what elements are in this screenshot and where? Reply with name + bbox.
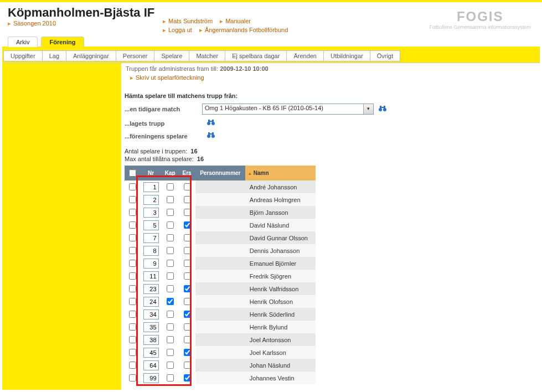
kap-checkbox[interactable]	[167, 323, 174, 331]
kap-checkbox[interactable]	[167, 362, 174, 369]
ers-checkbox[interactable]	[184, 362, 191, 369]
personnummer-cell	[195, 282, 245, 295]
prev-match-dropdown[interactable]: Omg 1 Högakusten - KB 65 IF (2010-05-14)…	[202, 104, 374, 115]
row-select-checkbox[interactable]	[129, 311, 136, 318]
ers-checkbox[interactable]	[184, 349, 191, 356]
kap-checkbox[interactable]	[167, 349, 174, 356]
row-select-checkbox[interactable]	[129, 323, 136, 331]
row-select-checkbox[interactable]	[129, 362, 136, 369]
fetch-players-title: Hämta spelare till matchens trupp från:	[125, 92, 534, 99]
nr-input[interactable]	[143, 322, 159, 332]
ers-checkbox[interactable]	[184, 234, 191, 241]
table-row: Joel Karlsson	[125, 346, 316, 359]
secondary-tab-lag[interactable]: Lag	[42, 50, 66, 61]
kap-checkbox[interactable]	[167, 336, 174, 343]
nr-input[interactable]	[143, 220, 159, 230]
kap-checkbox[interactable]	[167, 272, 174, 280]
secondary-tab-ärenden[interactable]: Ärenden	[286, 50, 324, 61]
secondary-tab-spelare[interactable]: Spelare	[154, 50, 189, 61]
kap-checkbox[interactable]	[167, 298, 174, 305]
link-logout[interactable]: Logga ut	[163, 27, 192, 33]
ers-checkbox[interactable]	[184, 272, 191, 280]
binoculars-icon[interactable]	[207, 132, 215, 140]
nr-input[interactable]	[143, 360, 159, 370]
link-manuals[interactable]: Manualer	[220, 18, 251, 24]
row-select-checkbox[interactable]	[129, 234, 136, 241]
ers-checkbox[interactable]	[184, 285, 191, 292]
kap-checkbox[interactable]	[167, 260, 174, 267]
row-select-checkbox[interactable]	[129, 221, 136, 229]
secondary-tab-uppgifter[interactable]: Uppgifter	[3, 50, 43, 61]
nr-input[interactable]	[143, 297, 159, 307]
ers-checkbox[interactable]	[184, 336, 191, 343]
kap-checkbox[interactable]	[167, 234, 174, 241]
ers-checkbox[interactable]	[184, 209, 191, 216]
nr-input[interactable]	[143, 284, 159, 294]
col-name[interactable]: Namn	[245, 166, 316, 180]
row-select-checkbox[interactable]	[129, 272, 136, 280]
row-select-checkbox[interactable]	[129, 260, 136, 267]
row-select-checkbox[interactable]	[129, 247, 136, 254]
ers-checkbox[interactable]	[184, 196, 191, 203]
nr-input[interactable]	[143, 271, 159, 281]
kap-checkbox[interactable]	[167, 374, 174, 381]
row-select-checkbox[interactable]	[129, 209, 136, 216]
link-federation[interactable]: Ångermanlands Fotbollförbund	[199, 27, 288, 33]
row-select-checkbox[interactable]	[129, 298, 136, 305]
col-ers[interactable]: Ers	[178, 166, 195, 180]
nr-input[interactable]	[143, 259, 159, 269]
primary-tab-förening[interactable]: Förening	[41, 37, 84, 47]
ers-checkbox[interactable]	[184, 260, 191, 267]
secondary-tab-utbildningar[interactable]: Utbildningar	[323, 50, 370, 61]
row-select-checkbox[interactable]	[129, 349, 136, 356]
ers-checkbox[interactable]	[184, 374, 191, 381]
table-row: Björn Jansson	[125, 206, 316, 219]
ers-checkbox[interactable]	[184, 183, 191, 190]
row-select-checkbox[interactable]	[129, 336, 136, 343]
row-select-checkbox[interactable]	[129, 183, 136, 190]
nr-input[interactable]	[143, 208, 159, 218]
binoculars-icon[interactable]	[378, 105, 387, 114]
svg-rect-2	[380, 106, 381, 109]
table-row: Emanuel Björnler	[125, 257, 316, 270]
secondary-tab-anläggningar[interactable]: Anläggningar	[66, 50, 116, 61]
nr-input[interactable]	[143, 246, 159, 256]
ers-checkbox[interactable]	[184, 311, 191, 318]
link-user[interactable]: Mats Sundström	[163, 18, 213, 24]
row-select-checkbox[interactable]	[129, 285, 136, 292]
ers-checkbox[interactable]	[184, 247, 191, 254]
nr-input[interactable]	[143, 182, 159, 192]
row-select-checkbox[interactable]	[129, 374, 136, 381]
primary-tab-arkiv[interactable]: Arkiv	[8, 37, 38, 47]
nr-input[interactable]	[143, 195, 159, 205]
row-select-checkbox[interactable]	[129, 196, 136, 203]
nr-input[interactable]	[143, 335, 159, 345]
kap-checkbox[interactable]	[167, 221, 174, 229]
nr-input[interactable]	[143, 373, 159, 383]
kap-checkbox[interactable]	[167, 311, 174, 318]
secondary-tab-matcher[interactable]: Matcher	[189, 50, 225, 61]
kap-checkbox[interactable]	[167, 183, 174, 190]
ers-checkbox[interactable]	[184, 298, 191, 305]
season-link[interactable]: Säsongen 2010	[8, 20, 56, 27]
kap-checkbox[interactable]	[167, 209, 174, 216]
ers-checkbox[interactable]	[184, 221, 191, 229]
kap-checkbox[interactable]	[167, 247, 174, 254]
nr-input[interactable]	[143, 233, 159, 243]
secondary-tab-ej-spelbara-dagar[interactable]: Ej spelbara dagar	[225, 50, 287, 61]
secondary-tab-övrigt[interactable]: Övrigt	[370, 50, 400, 61]
binoculars-icon[interactable]	[207, 119, 215, 127]
select-all-checkbox[interactable]	[129, 169, 136, 177]
player-name-cell: David Gunnar Olsson	[245, 231, 316, 244]
kap-checkbox[interactable]	[167, 196, 174, 203]
print-roster-link[interactable]: Skriv ut spelarförteckning	[130, 74, 204, 81]
col-nr[interactable]: Nr	[140, 166, 162, 180]
col-personnummer[interactable]: Personnummer	[195, 166, 245, 180]
count-in-squad: Antal spelare i truppen: 16	[125, 148, 534, 154]
ers-checkbox[interactable]	[184, 323, 191, 331]
nr-input[interactable]	[143, 310, 159, 319]
secondary-tab-personer[interactable]: Personer	[116, 50, 155, 61]
nr-input[interactable]	[143, 348, 159, 358]
col-kap[interactable]: Kap	[162, 166, 178, 180]
kap-checkbox[interactable]	[167, 285, 174, 292]
